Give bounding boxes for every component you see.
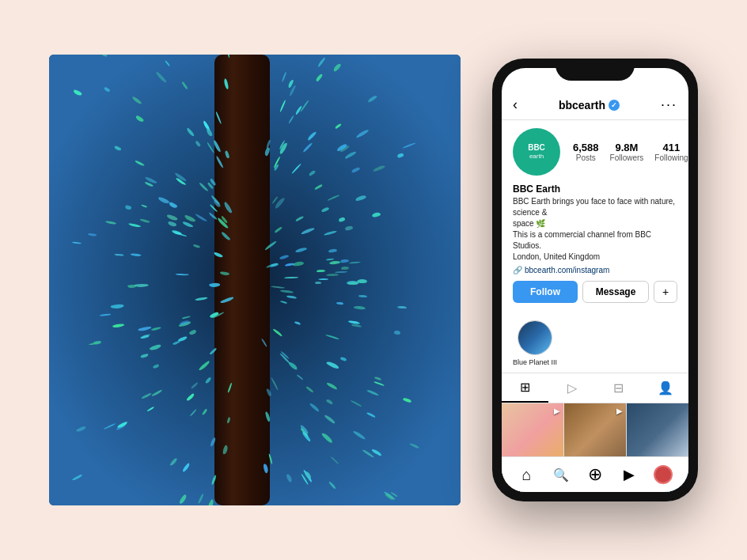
bio-text: BBC Earth brings you face to face with n…	[513, 196, 677, 263]
fish-school	[49, 55, 461, 505]
tab-tagged[interactable]: ⊟	[595, 373, 642, 403]
phone-device: ‹ bbcearth ✓ ··· BBC earth	[492, 59, 698, 501]
profile-name: BBC Earth	[513, 184, 677, 195]
bottom-nav: ⌂ 🔍 ⊕ ▶	[502, 456, 688, 492]
highlight-thumb	[518, 321, 552, 354]
bio-line1: BBC Earth brings you face to face with n…	[513, 197, 675, 217]
bio-line4: London, United Kingdom	[513, 252, 600, 261]
avatar-inner: BBC earth	[528, 144, 545, 160]
bio-line3: This is a commercial channel from BBC St…	[513, 230, 651, 250]
avatar-earth: earth	[529, 153, 544, 160]
highlight-item[interactable]: Blue Planet III	[513, 320, 557, 366]
avatar: BBC earth	[513, 128, 560, 176]
nav-add[interactable]: ⊕	[581, 464, 609, 486]
reel-icon-1: ▶	[554, 407, 560, 415]
nav-home[interactable]: ⌂	[513, 464, 541, 486]
followers-count: 9.8M	[615, 142, 638, 153]
nav-reels[interactable]: ▶	[615, 464, 643, 486]
following-label: Following	[654, 153, 688, 162]
fish-photo	[49, 55, 461, 505]
add-friend-button[interactable]: +	[654, 281, 677, 303]
follow-button[interactable]: Follow	[513, 281, 578, 303]
highlight-label: Blue Planet III	[513, 358, 557, 366]
add-icon: ⊕	[588, 464, 602, 485]
verified-badge: ✓	[609, 100, 620, 111]
stats-row: 6,588 Posts 9.8M Followers 411 Following	[573, 142, 688, 162]
reel-icon-2: ▶	[616, 407, 623, 415]
search-icon: 🔍	[553, 467, 569, 482]
tab-grid[interactable]: ⊞	[502, 373, 548, 403]
grid-icon: ⊞	[520, 380, 530, 395]
stat-following: 411 Following	[654, 142, 688, 162]
reels-icon: ▷	[567, 380, 577, 395]
reels-nav-icon: ▶	[624, 466, 635, 483]
phone-notch	[556, 59, 635, 81]
home-icon: ⌂	[522, 466, 532, 484]
more-options-button[interactable]: ···	[661, 96, 677, 113]
highlights-row: Blue Planet III	[502, 316, 688, 373]
tab-collab[interactable]: 👤	[642, 373, 688, 403]
link-icon: 🔗	[513, 266, 522, 274]
header-username: bbcearth ✓	[559, 99, 620, 112]
profile-link[interactable]: 🔗 bbcearth.com/instagram	[513, 266, 677, 274]
bio-line2: space 🌿	[513, 219, 545, 228]
nav-profile[interactable]	[649, 464, 677, 486]
profile-top: BBC earth 6,588 Posts 9.8M Followe	[513, 128, 677, 176]
highlight-ring	[518, 320, 552, 355]
posts-label: Posts	[576, 153, 596, 162]
tab-reels[interactable]: ▷	[548, 373, 595, 403]
phone-mockup: ‹ bbcearth ✓ ··· BBC earth	[492, 59, 698, 501]
content-tabs: ⊞ ▷ ⊟ 👤	[502, 373, 688, 403]
stat-posts: 6,588 Posts	[573, 142, 599, 162]
followers-label: Followers	[610, 153, 644, 162]
username-text: bbcearth	[559, 99, 605, 112]
nav-avatar	[654, 465, 673, 484]
tagged-icon: ⊟	[613, 380, 624, 395]
avatar-bbc: BBC	[528, 144, 545, 152]
posts-count: 6,588	[573, 142, 599, 153]
profile-section: BBC earth 6,588 Posts 9.8M Followe	[502, 120, 688, 316]
message-button[interactable]: Message	[582, 281, 649, 303]
scene: ‹ bbcearth ✓ ··· BBC earth	[17, 23, 730, 537]
action-buttons: Follow Message +	[513, 281, 677, 303]
collab-icon: 👤	[658, 380, 673, 395]
phone-screen: ‹ bbcearth ✓ ··· BBC earth	[502, 68, 688, 492]
stat-followers: 9.8M Followers	[610, 142, 644, 162]
following-count: 411	[663, 142, 681, 153]
back-button[interactable]: ‹	[513, 96, 518, 113]
link-text: bbcearth.com/instagram	[525, 266, 609, 274]
nav-search[interactable]: 🔍	[547, 464, 575, 486]
